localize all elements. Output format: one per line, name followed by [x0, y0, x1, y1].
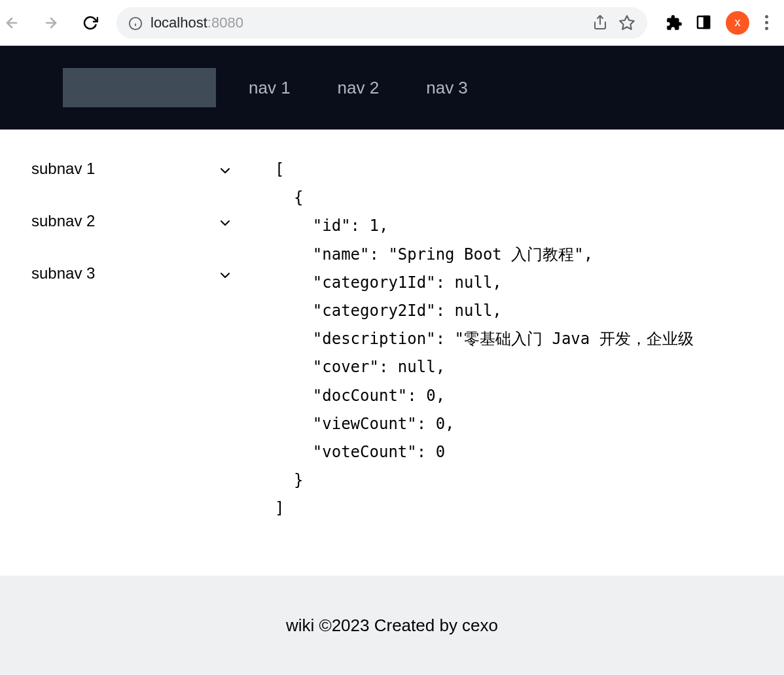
avatar[interactable]: x — [726, 11, 749, 35]
footer: wiki ©2023 Created by cexo — [0, 576, 784, 675]
subnav-item-1[interactable]: subnav 1 — [26, 143, 236, 195]
svg-rect-9 — [704, 16, 709, 28]
info-icon — [128, 16, 141, 29]
avatar-letter: x — [735, 16, 741, 29]
address-bar[interactable]: localhost:8080 — [116, 7, 647, 39]
subnav-label: subnav 2 — [31, 212, 95, 230]
extensions-icon[interactable] — [666, 14, 683, 31]
browser-toolbar: localhost:8080 x — [0, 0, 784, 46]
chevron-down-icon — [220, 160, 230, 178]
json-content: [ { "id": 1, "name": "Spring Boot 入门教程",… — [262, 130, 784, 576]
subnav-item-3[interactable]: subnav 3 — [26, 247, 236, 300]
main-layout: subnav 1 subnav 2 subnav 3 [ { "id": 1, … — [0, 130, 784, 576]
top-nav: nav 1 nav 2 nav 3 — [249, 78, 468, 98]
reload-button[interactable] — [82, 15, 98, 31]
back-arrow-icon[interactable] — [4, 15, 20, 31]
url-text: localhost:8080 — [151, 14, 243, 31]
nav-item-2[interactable]: nav 2 — [338, 78, 380, 98]
menu-button[interactable] — [762, 12, 771, 33]
star-icon[interactable] — [618, 14, 635, 31]
nav-item-1[interactable]: nav 1 — [249, 78, 291, 98]
chevron-down-icon — [220, 264, 230, 283]
subnav-label: subnav 3 — [31, 264, 95, 283]
nav-item-3[interactable]: nav 3 — [426, 78, 468, 98]
subnav-label: subnav 1 — [31, 160, 95, 178]
footer-text: wiki ©2023 Created by cexo — [286, 615, 498, 636]
forward-button[interactable] — [43, 15, 59, 31]
subnav-item-2[interactable]: subnav 2 — [26, 195, 236, 247]
svg-marker-7 — [620, 16, 634, 29]
chevron-down-icon — [220, 212, 230, 230]
panel-icon[interactable] — [696, 14, 713, 31]
share-icon[interactable] — [592, 14, 609, 31]
sidebar: subnav 1 subnav 2 subnav 3 — [0, 130, 262, 576]
app-header: nav 1 nav 2 nav 3 — [0, 46, 784, 130]
logo-placeholder — [63, 68, 216, 107]
